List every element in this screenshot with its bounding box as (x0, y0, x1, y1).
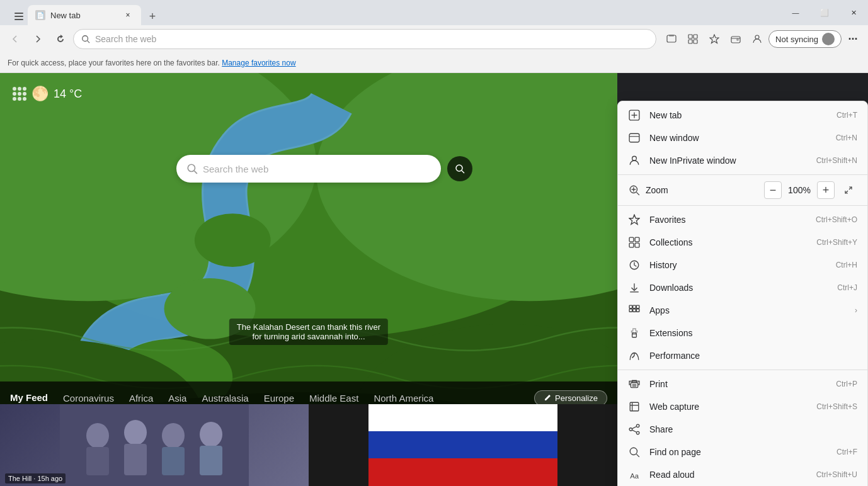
news-tab-africa[interactable]: Africa (129, 390, 153, 406)
more-menu-btn[interactable]: ··· (843, 29, 863, 49)
minimize-btn[interactable]: — (781, 0, 810, 25)
svg-line-83 (636, 454, 639, 457)
news-tab-middleeast[interactable]: Middle East (309, 390, 358, 406)
back-btn[interactable] (5, 29, 25, 49)
performance-label: Performance (649, 351, 848, 361)
svg-line-80 (632, 427, 637, 429)
tab-search-btn[interactable] (661, 29, 682, 49)
svg-rect-32 (86, 447, 109, 475)
refresh-btn[interactable] (50, 29, 71, 49)
svg-rect-45 (629, 133, 639, 142)
favorites-menu-label: Favorites (649, 215, 807, 225)
news-tab-coronavirus[interactable]: Coronavirus (63, 390, 114, 406)
zoom-plus-btn[interactable]: + (817, 181, 835, 199)
menu-item-newtab[interactable]: New tab Ctrl+T (618, 104, 867, 127)
page-content: 🌕 14 °C Search the web (0, 73, 617, 486)
svg-rect-10 (694, 40, 697, 43)
menu-item-share[interactable]: Share (618, 418, 867, 441)
window-controls: — ⬜ ✕ (781, 0, 868, 25)
news-tab-australasia[interactable]: Australasia (202, 390, 248, 406)
news-tab-asia[interactable]: Asia (168, 390, 186, 406)
inprivate-label: New InPrivate window (649, 155, 808, 166)
menu-item-history[interactable]: History Ctrl+H (618, 254, 867, 276)
search-box-container: Search the web (176, 155, 441, 183)
svg-marker-54 (629, 215, 639, 224)
main-search-placeholder: Search the web (203, 164, 268, 174)
apps-arrow: › (855, 306, 857, 315)
apps-icon (628, 304, 641, 317)
svg-rect-8 (694, 35, 697, 38)
forward-btn[interactable] (28, 29, 48, 49)
manage-favorites-link[interactable]: Manage favorites now (222, 59, 295, 67)
address-bar: Search the web Not syncing ··· (0, 25, 868, 53)
svg-rect-9 (688, 40, 692, 43)
svg-point-22 (195, 213, 271, 267)
news-thumb-2[interactable] (309, 404, 617, 486)
svg-rect-38 (200, 446, 222, 475)
wallet-btn[interactable] (726, 29, 746, 49)
zoom-row: Zoom − 100% + (618, 178, 867, 203)
svg-rect-41 (368, 458, 557, 486)
sidebar-toggle[interactable] (10, 8, 28, 25)
apps-label: Apps (649, 305, 837, 315)
sync-btn[interactable]: Not syncing (768, 30, 842, 48)
tab-close-btn[interactable]: × (122, 9, 134, 21)
menu-item-collections[interactable]: Collections Ctrl+Shift+Y (618, 231, 867, 254)
maximize-btn[interactable]: ⬜ (810, 0, 839, 25)
menu-item-favorites[interactable]: Favorites Ctrl+Shift+O (618, 208, 867, 231)
share-icon (628, 423, 641, 436)
profile-icon[interactable] (747, 29, 767, 49)
history-icon (628, 259, 641, 271)
svg-text:Aa: Aa (630, 472, 639, 480)
menu-item-downloads[interactable]: Downloads Ctrl+J (618, 276, 867, 299)
zoom-minus-btn[interactable]: − (764, 181, 782, 199)
favorites-btn[interactable] (704, 29, 724, 49)
svg-point-79 (629, 428, 632, 431)
svg-rect-65 (629, 309, 632, 312)
svg-rect-36 (162, 447, 185, 475)
search-circle-btn[interactable] (447, 156, 472, 181)
news-thumbnails: The Hill · 15h ago (0, 404, 617, 486)
address-input[interactable]: Search the web (73, 29, 656, 49)
content-area: 🌕 14 °C Search the web (0, 73, 868, 486)
browser-tab[interactable]: 📄 New tab × (28, 5, 141, 25)
newwindow-label: New window (649, 133, 827, 143)
collections-btn[interactable] (683, 29, 703, 49)
share-label: Share (649, 424, 848, 434)
news-image-2 (309, 404, 617, 486)
new-tab-btn[interactable]: + (144, 8, 161, 25)
apps-grid-icon[interactable] (13, 87, 26, 101)
menu-item-readaloud[interactable]: Aa Read aloud Ctrl+Shift+U (618, 463, 867, 486)
main-search-box[interactable]: Search the web (176, 155, 441, 183)
personalize-btn[interactable]: Personalize (534, 390, 607, 406)
svg-rect-0 (14, 13, 23, 14)
menu-item-performance[interactable]: Performance (618, 344, 867, 367)
menu-item-print[interactable]: Print Ctrl+P (618, 373, 867, 395)
zoom-expand-btn[interactable] (840, 181, 857, 199)
sync-label: Not syncing (775, 35, 818, 44)
svg-rect-56 (635, 237, 639, 242)
menu-item-findonpage[interactable]: Find on page Ctrl+F (618, 441, 867, 463)
menu-item-webcapture[interactable]: Web capture Ctrl+Shift+S (618, 395, 867, 418)
zoom-icon (628, 184, 641, 196)
menu-item-inprivate[interactable]: New InPrivate window Ctrl+Shift+N (618, 149, 867, 172)
print-icon (628, 378, 641, 390)
divider-3 (618, 370, 867, 370)
news-tab-europe[interactable]: Europe (264, 390, 294, 406)
svg-rect-58 (635, 243, 639, 247)
divider-1 (618, 174, 867, 175)
menu-item-newwindow[interactable]: New window Ctrl+N (618, 127, 867, 149)
svg-rect-1 (14, 16, 23, 17)
news-tab-northamerica[interactable]: North America (374, 390, 433, 406)
news-thumb-1[interactable]: The Hill · 15h ago (0, 404, 309, 486)
news-source-1: The Hill · 15h ago (5, 473, 66, 483)
svg-point-78 (636, 431, 639, 434)
menu-item-extensions[interactable]: Extensions (618, 322, 867, 344)
close-btn[interactable]: ✕ (839, 0, 868, 25)
main-search-icon (186, 163, 198, 174)
menu-item-apps[interactable]: Apps › (618, 299, 867, 322)
tab-favicon: 📄 (35, 10, 45, 20)
print-label: Print (649, 379, 827, 389)
dropdown-menu: New tab Ctrl+T New window Ctrl+N New InP… (617, 101, 868, 486)
tab-title: New tab (50, 11, 81, 20)
